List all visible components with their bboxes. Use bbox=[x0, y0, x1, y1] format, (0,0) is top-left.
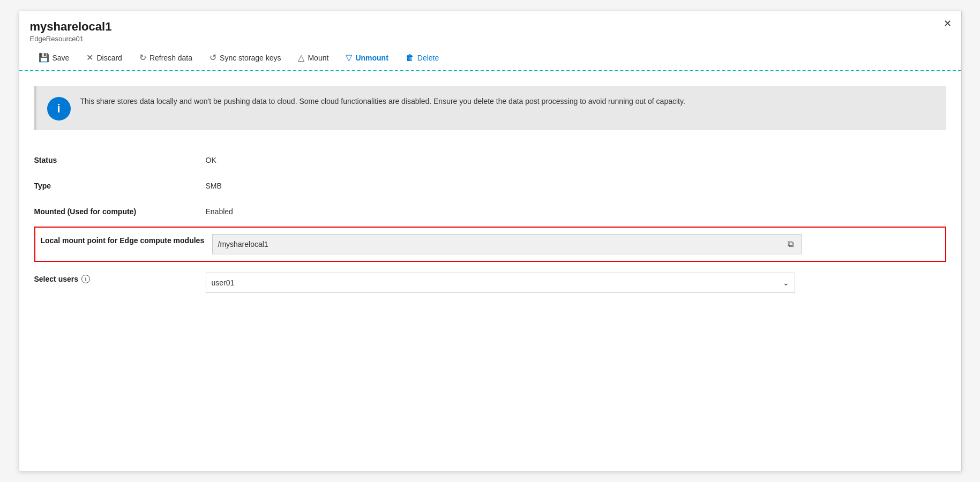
sync-button[interactable]: ↺ Sync storage keys bbox=[201, 49, 289, 66]
save-label: Save bbox=[53, 54, 70, 62]
status-row: Status OK bbox=[34, 146, 946, 172]
chevron-down-icon: ⌄ bbox=[783, 278, 789, 287]
sync-icon: ↺ bbox=[210, 52, 216, 63]
main-panel: mysharelocal1 EdgeResource01 ✕ 💾 Save ✕ … bbox=[19, 11, 962, 471]
select-users-dropdown[interactable]: user01 ⌄ bbox=[206, 273, 795, 293]
delete-icon: 🗑 bbox=[406, 53, 414, 63]
select-users-info-icon[interactable]: i bbox=[81, 275, 90, 283]
type-row: Type SMB bbox=[34, 172, 946, 198]
delete-button[interactable]: 🗑 Delete bbox=[397, 50, 447, 66]
mount-point-label: Local mount point for Edge compute modul… bbox=[41, 234, 212, 245]
refresh-button[interactable]: ↻ Refresh data bbox=[131, 49, 201, 66]
save-button[interactable]: 💾 Save bbox=[30, 49, 78, 66]
mounted-row: Mounted (Used for compute) Enabled bbox=[34, 198, 946, 223]
refresh-icon: ↻ bbox=[139, 52, 146, 63]
panel-title: mysharelocal1 bbox=[30, 20, 951, 34]
unmount-button[interactable]: ▽ Unmount bbox=[337, 49, 397, 66]
select-users-label: Select users bbox=[34, 275, 79, 283]
type-value: SMB bbox=[206, 179, 222, 190]
sync-label: Sync storage keys bbox=[220, 54, 281, 62]
panel-header: mysharelocal1 EdgeResource01 bbox=[19, 11, 961, 45]
select-users-label-container: Select users i bbox=[34, 273, 206, 283]
select-users-value: user01 bbox=[212, 278, 235, 287]
status-value: OK bbox=[206, 154, 216, 164]
unmount-icon: ▽ bbox=[346, 52, 352, 63]
mounted-value: Enabled bbox=[206, 205, 233, 216]
panel-subtitle: EdgeResource01 bbox=[30, 35, 951, 43]
unmount-label: Unmount bbox=[355, 54, 388, 62]
mount-icon: △ bbox=[298, 52, 304, 63]
mount-point-row: Local mount point for Edge compute modul… bbox=[34, 227, 946, 262]
mount-button[interactable]: △ Mount bbox=[289, 49, 337, 66]
info-banner-text: This share stores data locally and won't… bbox=[80, 96, 685, 108]
info-icon: i bbox=[47, 97, 71, 120]
toolbar: 💾 Save ✕ Discard ↻ Refresh data ↺ Sync s… bbox=[19, 45, 961, 71]
info-banner: i This share stores data locally and won… bbox=[34, 86, 946, 130]
mount-point-input: /mysharelocal1 ⧉ bbox=[212, 234, 802, 254]
status-label: Status bbox=[34, 154, 206, 164]
content-area: i This share stores data locally and won… bbox=[19, 71, 961, 315]
select-users-row: Select users i user01 ⌄ bbox=[34, 265, 946, 300]
copy-icon[interactable]: ⧉ bbox=[786, 238, 796, 250]
refresh-label: Refresh data bbox=[149, 54, 192, 62]
discard-label: Discard bbox=[96, 54, 122, 62]
type-label: Type bbox=[34, 179, 206, 190]
mount-label: Mount bbox=[308, 54, 328, 62]
close-button[interactable]: ✕ bbox=[944, 19, 952, 28]
discard-icon: ✕ bbox=[86, 52, 93, 63]
discard-button[interactable]: ✕ Discard bbox=[78, 49, 130, 66]
delete-label: Delete bbox=[417, 54, 439, 62]
save-icon: 💾 bbox=[39, 52, 49, 63]
mounted-label: Mounted (Used for compute) bbox=[34, 205, 206, 216]
mount-point-value: /mysharelocal1 bbox=[218, 240, 268, 248]
